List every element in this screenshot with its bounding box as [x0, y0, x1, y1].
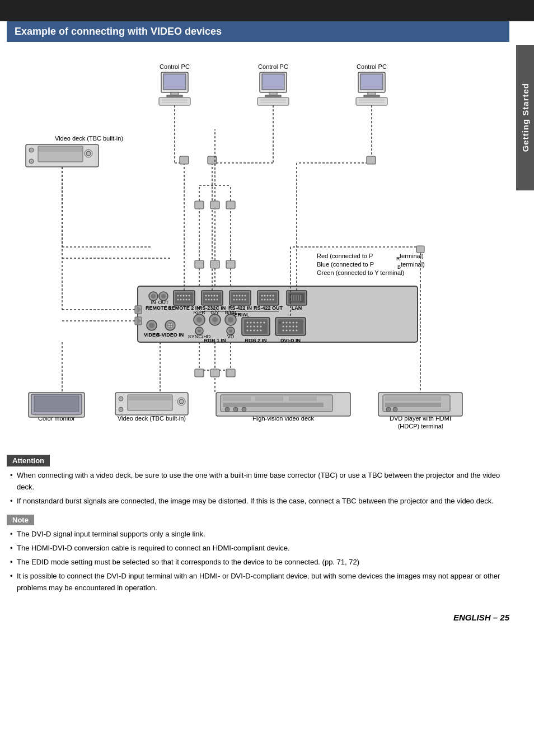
svg-point-51 [180, 299, 182, 301]
svg-point-165 [286, 330, 288, 332]
svg-point-66 [214, 299, 216, 301]
side-tab-label: Getting Started [521, 83, 530, 152]
svg-text:Control PC: Control PC [258, 63, 288, 70]
svg-point-73 [239, 295, 241, 297]
svg-text:Video deck (TBC built-in): Video deck (TBC built-in) [118, 415, 186, 422]
svg-point-75 [245, 295, 246, 297]
svg-point-52 [183, 299, 185, 301]
svg-point-47 [183, 295, 185, 297]
svg-rect-195 [195, 260, 204, 268]
svg-rect-201 [195, 201, 204, 209]
svg-point-113 [168, 326, 170, 328]
svg-rect-227 [195, 369, 204, 377]
svg-point-88 [273, 295, 274, 297]
main-content: Example of connecting with VIDEO devices… [0, 21, 516, 613]
svg-point-50 [177, 299, 179, 301]
svg-text:Red (connected to P: Red (connected to P [317, 253, 373, 259]
svg-text:VD: VD [227, 334, 235, 339]
svg-rect-203 [226, 201, 235, 209]
svg-text:DVI-D IN: DVI-D IN [280, 338, 301, 343]
svg-point-65 [211, 299, 213, 301]
svg-point-140 [247, 326, 249, 328]
svg-point-63 [205, 299, 207, 301]
svg-text:terminal): terminal) [401, 261, 425, 268]
svg-point-159 [283, 326, 284, 328]
svg-rect-2 [163, 74, 186, 90]
svg-rect-21 [368, 92, 376, 95]
svg-rect-44 [175, 292, 193, 304]
svg-point-112 [171, 324, 172, 325]
svg-point-59 [208, 295, 210, 297]
svg-point-143 [257, 326, 259, 328]
svg-point-80 [245, 299, 246, 301]
svg-point-110 [167, 323, 173, 328]
svg-point-46 [180, 295, 182, 297]
svg-point-76 [233, 299, 235, 301]
svg-point-77 [236, 299, 238, 301]
svg-rect-248 [255, 396, 283, 401]
svg-point-239 [119, 407, 123, 412]
svg-point-158 [296, 322, 298, 324]
svg-rect-234 [34, 396, 79, 412]
note-item-3: The EDID mode setting must be selected s… [9, 557, 509, 568]
svg-point-85 [264, 295, 266, 297]
svg-text:(HDCP) terminal: (HDCP) terminal [398, 423, 443, 430]
svg-point-144 [260, 326, 262, 328]
svg-point-74 [242, 295, 243, 297]
svg-point-139 [264, 322, 265, 324]
svg-point-137 [257, 322, 259, 324]
svg-point-253 [242, 407, 246, 412]
note-item-1: The DVI-D signal input terminal supports… [9, 529, 509, 540]
svg-point-251 [225, 407, 229, 412]
svg-text:S-VIDEO IN: S-VIDEO IN [157, 332, 184, 338]
svg-rect-219 [416, 246, 424, 253]
note-list: The DVI-D signal input terminal supports… [7, 529, 509, 594]
svg-point-142 [254, 326, 255, 328]
svg-point-67 [217, 299, 218, 301]
svg-point-252 [233, 407, 238, 412]
connection-diagram: .label { font-family: Arial, sans-serif;… [7, 51, 509, 443]
svg-text:RS-422 OUT: RS-422 OUT [254, 305, 283, 311]
attention-section: Attention When connecting with a video d… [7, 455, 509, 507]
svg-point-86 [267, 295, 269, 297]
svg-point-167 [293, 330, 294, 332]
svg-point-71 [233, 295, 235, 297]
svg-rect-241 [128, 396, 172, 400]
svg-rect-197 [226, 260, 235, 268]
svg-rect-83 [259, 292, 277, 304]
svg-point-260 [386, 407, 391, 412]
svg-rect-153 [279, 321, 281, 324]
svg-point-48 [186, 295, 188, 297]
svg-text:R/PR: R/PR [193, 310, 205, 315]
attention-list: When connecting with a video deck, be su… [7, 470, 509, 507]
svg-point-134 [247, 322, 249, 324]
svg-rect-247 [223, 396, 251, 401]
svg-point-34 [86, 151, 91, 156]
attention-item-1: When connecting with a video deck, be su… [9, 470, 509, 493]
svg-point-72 [236, 295, 238, 297]
svg-rect-181 [367, 156, 376, 164]
svg-rect-179 [180, 156, 189, 164]
svg-point-156 [289, 322, 291, 324]
svg-rect-229 [226, 369, 235, 377]
svg-point-92 [270, 299, 271, 301]
note-title: Note [7, 515, 34, 525]
svg-rect-11 [262, 74, 284, 90]
svg-point-54 [189, 299, 190, 301]
svg-point-164 [283, 330, 284, 332]
svg-point-39 [161, 294, 166, 298]
svg-rect-13 [265, 95, 281, 97]
svg-rect-12 [269, 92, 277, 95]
svg-point-136 [254, 322, 255, 324]
svg-text:Blue (connected to P: Blue (connected to P [317, 261, 374, 268]
svg-text:Video deck (TBC built-in): Video deck (TBC built-in) [55, 135, 123, 142]
diagram-area: .label { font-family: Arial, sans-serif;… [7, 51, 509, 445]
svg-point-160 [286, 326, 288, 328]
svg-point-120 [212, 317, 218, 323]
svg-point-157 [293, 322, 294, 324]
svg-text:IN: IN [151, 300, 156, 305]
svg-point-91 [267, 299, 269, 301]
section-header: Example of connecting with VIDEO devices [7, 21, 509, 42]
section-title: Example of connecting with VIDEO devices [15, 26, 222, 37]
svg-rect-258 [385, 396, 441, 401]
